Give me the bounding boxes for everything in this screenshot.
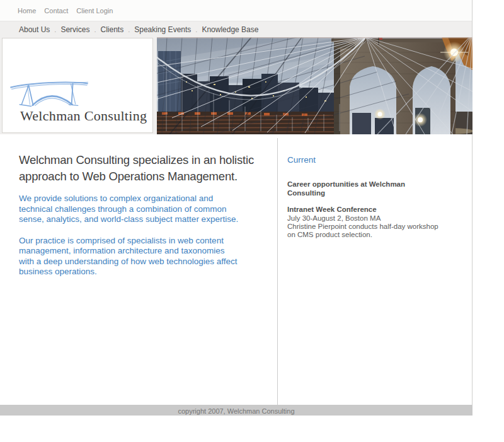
nav-separator: . <box>54 26 56 33</box>
intro-paragraph-2: Our practice is comprised of specialists… <box>19 236 275 277</box>
utility-nav-client-login[interactable]: Client Login <box>76 7 113 15</box>
nav-separator: . <box>195 26 197 33</box>
paragraph-line: with a deep understanding of how web tec… <box>19 257 275 267</box>
news-item-intranet-week: Intranet Week Conference July 30-August … <box>287 206 451 239</box>
nav-item-knowledge-base[interactable]: Knowledge Base <box>202 25 258 34</box>
paragraph-line: sense, analytics, and world-class subjec… <box>19 214 275 225</box>
headline-line: approach to Web Operations Management. <box>19 168 275 185</box>
headline-line: Welchman Consulting specializes in an ho… <box>19 152 275 168</box>
company-logo[interactable]: Welchman Consulting <box>2 38 153 133</box>
nav-item-speaking-events[interactable]: Speaking Events <box>134 25 191 34</box>
paragraph-line: business operations. <box>19 267 275 277</box>
paragraph-line: technical challenges through a combinati… <box>19 204 275 215</box>
intro-paragraph-1: We provide solutions to complex organiza… <box>19 194 275 225</box>
news-title-line: Career opportunities at Welchman <box>287 180 451 189</box>
news-line: Christine Pierpoint conducts half-day wo… <box>287 223 451 231</box>
hero-photo <box>157 37 472 134</box>
nav-item-about-us[interactable]: About Us <box>19 25 50 34</box>
paragraph-line: management, information architecture and… <box>19 246 275 257</box>
nav-separator: . <box>128 26 130 33</box>
sidebar: Current Career opportunities at Welchman… <box>287 155 464 247</box>
company-wordmark: Welchman Consulting <box>20 108 147 124</box>
news-title: Intranet Week Conference <box>287 206 451 214</box>
paragraph-line: We provide solutions to complex organiza… <box>19 194 275 204</box>
main-column: Welchman Consulting specializes in an ho… <box>19 152 275 288</box>
page-container: Home Contact Client Login About Us . Ser… <box>0 0 472 405</box>
news-title-line: Consulting <box>287 189 451 198</box>
paragraph-line: Our practice is comprised of specialists… <box>19 236 275 247</box>
page-headline: Welchman Consulting specializes in an ho… <box>19 152 275 185</box>
news-line: July 30-August 2, Boston MA <box>287 214 451 223</box>
brand-row: Welchman Consulting <box>0 37 472 134</box>
news-line: on CMS product selection. <box>287 231 451 239</box>
page-footer: copyright 2007, Welchman Consulting <box>0 405 472 416</box>
copyright-text: copyright 2007, Welchman Consulting <box>178 407 294 415</box>
brooklyn-bridge-photo-illustration <box>157 37 472 134</box>
content-area: Welchman Consulting specializes in an ho… <box>0 134 472 405</box>
news-item-careers: Career opportunities at Welchman Consult… <box>287 180 451 197</box>
nav-separator: . <box>94 26 96 33</box>
main-nav: About Us . Services . Clients . Speaking… <box>0 21 472 37</box>
nav-item-services[interactable]: Services <box>60 25 89 34</box>
bridge-sketch-icon <box>10 74 88 108</box>
utility-nav: Home Contact Client Login <box>0 0 472 21</box>
utility-nav-home[interactable]: Home <box>18 7 36 15</box>
nav-item-clients[interactable]: Clients <box>101 25 124 34</box>
utility-nav-contact[interactable]: Contact <box>44 7 68 15</box>
sidebar-heading-current: Current <box>287 155 464 165</box>
column-divider <box>277 138 278 405</box>
